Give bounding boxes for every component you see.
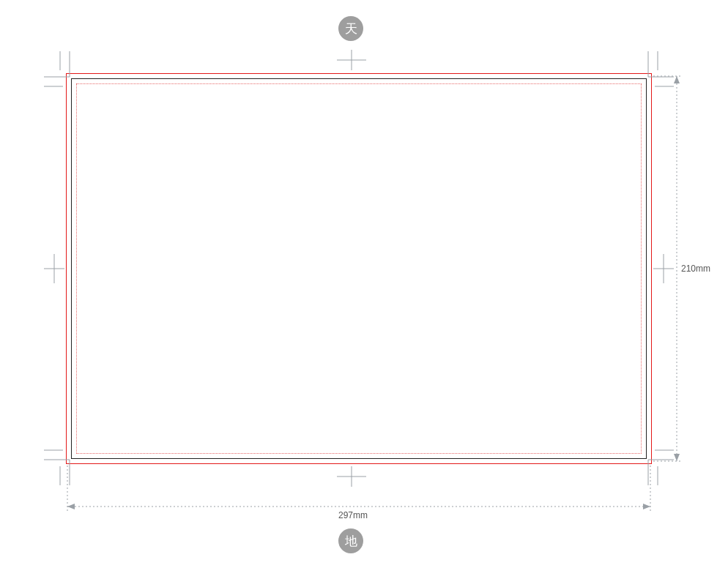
svg-marker-30 bbox=[67, 504, 75, 509]
orientation-badge-top: 天 bbox=[338, 16, 363, 41]
page-safe-area-box bbox=[76, 83, 642, 454]
svg-marker-31 bbox=[643, 504, 650, 509]
dimension-width-label: 297mm bbox=[338, 510, 368, 520]
svg-marker-32 bbox=[674, 76, 680, 83]
orientation-badge-bottom: 地 bbox=[338, 528, 363, 553]
dimension-height-label: 210mm bbox=[681, 264, 710, 274]
svg-marker-33 bbox=[674, 454, 680, 461]
